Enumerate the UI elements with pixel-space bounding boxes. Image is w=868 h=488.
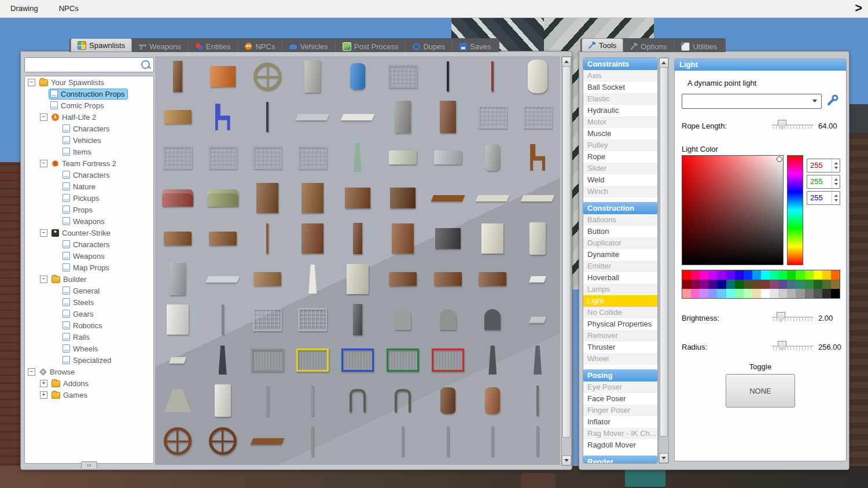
tool-item-winch[interactable]: Winch bbox=[583, 186, 657, 197]
palette-swatch-14[interactable] bbox=[805, 270, 814, 280]
prop-glass-sheet[interactable] bbox=[200, 259, 245, 299]
tree-item-characters[interactable]: Characters bbox=[25, 239, 153, 250]
tree-item-half-life-2[interactable]: −Half-Life 2 bbox=[25, 111, 153, 123]
spinner-up-icon[interactable] bbox=[834, 162, 838, 164]
preset-wrench-button[interactable] bbox=[826, 94, 839, 107]
tool-item-axis[interactable]: Axis bbox=[583, 70, 657, 82]
tool-item-motor[interactable]: Motor bbox=[583, 116, 657, 128]
palette-swatch-1[interactable] bbox=[691, 270, 700, 280]
tree-expander-icon[interactable]: − bbox=[40, 113, 47, 121]
prop-table-round[interactable] bbox=[380, 259, 425, 299]
prop-propane-tank[interactable] bbox=[515, 56, 560, 97]
tree-item-props[interactable]: Props bbox=[25, 204, 153, 215]
tree-item-pickups[interactable]: Pickups bbox=[25, 192, 153, 204]
tool-item-rag-mover-ik-ch[interactable]: Rag Mover - IK Ch... bbox=[583, 428, 657, 439]
prop-counter-unit[interactable] bbox=[335, 259, 380, 299]
palette-swatch-15[interactable] bbox=[814, 270, 822, 280]
tool-item-duplicator[interactable]: Duplicator bbox=[583, 237, 657, 249]
radius-slider[interactable] bbox=[772, 340, 814, 352]
spinner-arrows[interactable] bbox=[832, 159, 840, 172]
palette-swatch-50[interactable] bbox=[805, 289, 814, 298]
prop-plastic-barrel-blue[interactable] bbox=[335, 56, 380, 97]
tool-item-face-poser[interactable]: Face Poser bbox=[583, 393, 657, 405]
prop-gravestone-wide[interactable] bbox=[425, 299, 470, 340]
tool-item-remover[interactable]: Remover bbox=[583, 330, 657, 342]
tool-item-inflator[interactable]: Inflator bbox=[583, 416, 657, 428]
prop-cage-yellow[interactable] bbox=[290, 340, 335, 380]
tab-tools[interactable]: Tools bbox=[582, 38, 623, 52]
spinner-up-icon[interactable] bbox=[834, 195, 838, 197]
tab-entities[interactable]: Entities bbox=[189, 41, 238, 52]
scrollbar-thumb[interactable] bbox=[562, 66, 571, 438]
tree-item-weapons[interactable]: Weapons bbox=[25, 250, 153, 262]
palette-swatch-35[interactable] bbox=[831, 280, 840, 289]
palette-swatch-39[interactable] bbox=[708, 289, 717, 298]
palette-swatch-16[interactable] bbox=[822, 270, 831, 280]
prop-pipe-curved-b[interactable] bbox=[380, 380, 425, 421]
palette-swatch-48[interactable] bbox=[787, 289, 796, 298]
prop-metal-sheet[interactable] bbox=[290, 97, 335, 137]
prop-brick-block[interactable] bbox=[155, 340, 200, 380]
tool-item-no-collide[interactable]: No Collide bbox=[583, 307, 657, 318]
palette-swatch-34[interactable] bbox=[822, 280, 831, 289]
tree-item-weapons[interactable]: Weapons bbox=[25, 215, 153, 227]
tool-item-thruster[interactable]: Thruster bbox=[583, 342, 657, 353]
tree-item-builder[interactable]: −Builder bbox=[25, 273, 153, 285]
prop-bed-frame[interactable] bbox=[425, 137, 470, 178]
prop-grid-scrollbar[interactable] bbox=[561, 56, 572, 466]
tree-item-items[interactable]: Items bbox=[25, 146, 153, 157]
tree-item-map-props[interactable]: Map Props bbox=[25, 262, 153, 273]
palette-swatch-20[interactable] bbox=[700, 280, 708, 289]
prop-gear-broken[interactable] bbox=[155, 421, 200, 461]
toggle-key-button[interactable]: NONE bbox=[726, 374, 795, 408]
palette-swatch-2[interactable] bbox=[700, 270, 708, 280]
tab-options[interactable]: Options bbox=[623, 41, 674, 52]
color-saturation-picker[interactable] bbox=[682, 155, 784, 265]
palette-swatch-36[interactable] bbox=[682, 289, 691, 298]
palette-swatch-21[interactable] bbox=[708, 280, 717, 289]
palette-swatch-8[interactable] bbox=[752, 270, 761, 280]
palette-swatch-32[interactable] bbox=[805, 280, 814, 289]
tool-item-physical-properties[interactable]: Physical Properties bbox=[583, 318, 657, 330]
menu-item-drawing[interactable]: Drawing bbox=[0, 0, 49, 17]
tab-saves[interactable]: Saves bbox=[453, 41, 498, 52]
tree-item-construction-props[interactable]: Construction Props bbox=[25, 88, 153, 100]
prop-cage-red[interactable] bbox=[425, 340, 470, 380]
palette-swatch-7[interactable] bbox=[744, 270, 752, 280]
prop-chair-wood[interactable] bbox=[515, 137, 560, 178]
prop-jail-cell-door[interactable] bbox=[380, 56, 425, 97]
prop-gravestone-slab[interactable] bbox=[335, 299, 380, 340]
prop-fence-panel-a[interactable] bbox=[155, 137, 200, 178]
red-spinner[interactable]: 255 bbox=[807, 159, 840, 173]
palette-swatch-24[interactable] bbox=[735, 280, 744, 289]
menu-item-npcs[interactable]: NPCs bbox=[49, 0, 89, 17]
tool-item-muscle[interactable]: Muscle bbox=[583, 128, 657, 140]
prop-headboard[interactable] bbox=[155, 218, 200, 259]
prop-cross-marker-b[interactable] bbox=[425, 421, 470, 461]
blue-spinner[interactable]: 255 bbox=[807, 191, 840, 205]
palette-swatch-43[interactable] bbox=[744, 289, 752, 298]
prop-wagon-wheel[interactable] bbox=[245, 56, 290, 97]
green-spinner[interactable]: 255 bbox=[807, 175, 840, 189]
tab-weapons[interactable]: Weapons bbox=[132, 41, 189, 52]
prop-washing-machine[interactable] bbox=[155, 299, 200, 340]
prop-coffee-table[interactable] bbox=[200, 218, 245, 259]
palette-swatch-27[interactable] bbox=[761, 280, 770, 289]
prop-door-frame-wood[interactable] bbox=[425, 97, 470, 137]
tree-item-games[interactable]: +Games bbox=[25, 389, 153, 401]
palette-swatch-44[interactable] bbox=[752, 289, 761, 298]
palette-swatch-5[interactable] bbox=[726, 270, 735, 280]
tool-item-light[interactable]: Light bbox=[583, 295, 657, 307]
tool-item-wheel[interactable]: Wheel bbox=[583, 353, 657, 365]
prop-podium[interactable] bbox=[380, 218, 425, 259]
palette-swatch-29[interactable] bbox=[778, 280, 787, 289]
rope-length-slider[interactable] bbox=[772, 119, 814, 131]
prop-sink-pedestal[interactable] bbox=[290, 259, 335, 299]
prop-pipe-curved-a[interactable] bbox=[335, 380, 380, 421]
prop-cross-monument[interactable] bbox=[200, 340, 245, 380]
prop-crate-dark[interactable] bbox=[380, 178, 425, 218]
prop-locker-doors[interactable] bbox=[200, 380, 245, 421]
palette-swatch-12[interactable] bbox=[787, 270, 796, 280]
spinner-arrows[interactable] bbox=[832, 175, 840, 188]
prop-hook-small[interactable] bbox=[515, 380, 560, 421]
